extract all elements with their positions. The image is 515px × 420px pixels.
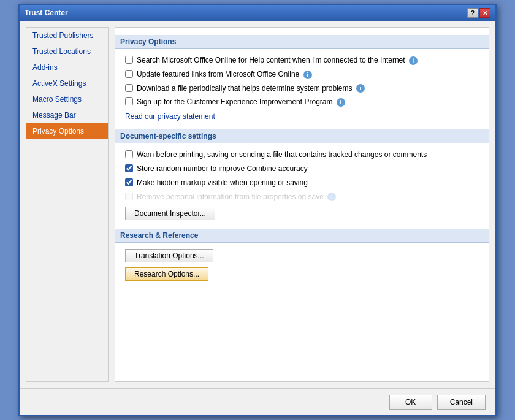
dialog-footer: OK Cancel — [20, 388, 495, 415]
privacy-statement-link[interactable]: Read our privacy statement — [125, 112, 479, 121]
featured-links-checkbox[interactable] — [125, 70, 133, 78]
checkbox-hidden-markup: Make hidden markup visible when opening … — [125, 178, 479, 188]
remove-personal-info-icon: i — [327, 193, 336, 201]
document-inspector-button[interactable]: Document Inspector... — [125, 207, 215, 220]
help-button[interactable]: ? — [467, 8, 478, 18]
checkbox-remove-personal: Remove personal information from file pr… — [125, 192, 479, 202]
doc-settings-section-title: Document-specific settings — [115, 129, 489, 143]
search-online-info-icon: i — [409, 56, 418, 65]
research-reference-section-title: Research & Reference — [115, 229, 489, 243]
customer-exp-checkbox[interactable] — [125, 97, 133, 105]
checkbox-download-file: Download a file periodically that helps … — [125, 83, 479, 94]
checkbox-warn-printing: Warn before printing, saving or sending … — [125, 150, 479, 160]
featured-links-label: Update featured links from Microsoft Off… — [137, 69, 312, 80]
sidebar-item-trusted-publishers[interactable]: Trusted Publishers — [26, 28, 108, 44]
title-bar-buttons: ? ✕ — [467, 8, 490, 18]
warn-printing-label: Warn before printing, saving or sending … — [137, 150, 427, 160]
checkbox-search-online: Search Microsoft Office Online for Help … — [125, 55, 479, 66]
cancel-button[interactable]: Cancel — [437, 395, 486, 410]
download-file-info-icon: i — [356, 84, 365, 93]
dialog-body: Trusted Publishers Trusted Locations Add… — [20, 21, 495, 388]
main-content: Privacy Options Search Microsoft Office … — [115, 27, 489, 382]
hidden-markup-checkbox[interactable] — [125, 178, 133, 186]
sidebar-item-macro-settings[interactable]: Macro Settings — [26, 91, 108, 107]
sidebar-item-privacy-options[interactable]: Privacy Options — [26, 123, 108, 139]
sidebar: Trusted Publishers Trusted Locations Add… — [26, 27, 109, 382]
search-online-label: Search Microsoft Office Online for Help … — [137, 55, 418, 66]
ok-button[interactable]: OK — [389, 395, 432, 410]
hidden-markup-label: Make hidden markup visible when opening … — [137, 178, 308, 188]
sidebar-item-message-bar[interactable]: Message Bar — [26, 107, 108, 123]
checkbox-customer-exp: Sign up for the Customer Experience Impr… — [125, 97, 479, 107]
title-bar: Trust Center ? ✕ — [20, 5, 495, 21]
checkbox-featured-links: Update featured links from Microsoft Off… — [125, 69, 479, 80]
sidebar-item-add-ins[interactable]: Add-ins — [26, 59, 108, 75]
customer-exp-info-icon: i — [337, 98, 345, 107]
trust-center-dialog: Trust Center ? ✕ Trusted Publishers Trus… — [18, 4, 497, 416]
download-file-label: Download a file periodically that helps … — [137, 83, 365, 94]
doc-settings-section: Warn before printing, saving or sending … — [125, 150, 479, 220]
translation-options-button[interactable]: Translation Options... — [125, 249, 213, 262]
warn-printing-checkbox[interactable] — [125, 150, 133, 158]
dialog-title: Trust Center — [25, 9, 68, 17]
close-button[interactable]: ✕ — [479, 8, 490, 18]
search-online-checkbox[interactable] — [125, 56, 133, 64]
store-random-checkbox[interactable] — [125, 164, 133, 172]
research-options-button[interactable]: Research Options... — [125, 267, 208, 281]
privacy-options-section-title: Privacy Options — [115, 35, 489, 49]
customer-exp-label: Sign up for the Customer Experience Impr… — [137, 97, 345, 107]
remove-personal-label: Remove personal information from file pr… — [137, 192, 336, 202]
sidebar-item-activex-settings[interactable]: ActiveX Settings — [26, 75, 108, 91]
checkbox-store-random: Store random number to improve Combine a… — [125, 164, 479, 174]
store-random-label: Store random number to improve Combine a… — [137, 164, 308, 174]
sidebar-item-trusted-locations[interactable]: Trusted Locations — [26, 44, 108, 59]
download-file-checkbox[interactable] — [125, 84, 133, 92]
featured-links-info-icon: i — [303, 71, 312, 79]
remove-personal-checkbox — [125, 193, 133, 200]
